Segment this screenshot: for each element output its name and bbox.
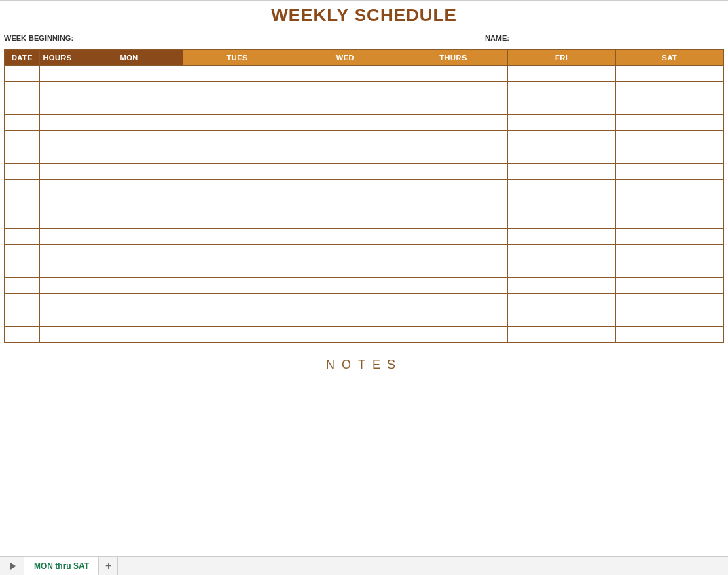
- cell[interactable]: [291, 98, 399, 115]
- cell[interactable]: [507, 164, 615, 180]
- cell[interactable]: [183, 98, 291, 115]
- cell[interactable]: [291, 180, 399, 196]
- cell[interactable]: [399, 212, 507, 229]
- cell[interactable]: [399, 66, 507, 82]
- cell[interactable]: [75, 310, 183, 327]
- cell[interactable]: [40, 245, 75, 261]
- cell[interactable]: [615, 147, 723, 164]
- cell[interactable]: [291, 115, 399, 131]
- cell[interactable]: [5, 212, 40, 229]
- cell[interactable]: [615, 164, 723, 180]
- cell[interactable]: [5, 82, 40, 98]
- cell[interactable]: [5, 131, 40, 147]
- cell[interactable]: [5, 66, 40, 82]
- cell[interactable]: [615, 294, 723, 310]
- cell[interactable]: [291, 131, 399, 147]
- cell[interactable]: [75, 278, 183, 294]
- cell[interactable]: [183, 310, 291, 327]
- cell[interactable]: [75, 115, 183, 131]
- cell[interactable]: [399, 82, 507, 98]
- cell[interactable]: [507, 98, 615, 115]
- cell[interactable]: [75, 164, 183, 180]
- cell[interactable]: [75, 294, 183, 310]
- sheet-tab-active[interactable]: MON thru SAT: [24, 557, 99, 575]
- cell[interactable]: [399, 196, 507, 212]
- cell[interactable]: [40, 327, 75, 343]
- cell[interactable]: [5, 180, 40, 196]
- cell[interactable]: [40, 98, 75, 115]
- cell[interactable]: [40, 212, 75, 229]
- cell[interactable]: [291, 196, 399, 212]
- cell[interactable]: [291, 245, 399, 261]
- cell[interactable]: [399, 261, 507, 278]
- cell[interactable]: [399, 147, 507, 164]
- cell[interactable]: [615, 261, 723, 278]
- cell[interactable]: [399, 310, 507, 327]
- cell[interactable]: [183, 229, 291, 245]
- cell[interactable]: [75, 245, 183, 261]
- add-sheet-button[interactable]: +: [99, 557, 118, 575]
- cell[interactable]: [5, 278, 40, 294]
- cell[interactable]: [75, 180, 183, 196]
- cell[interactable]: [75, 212, 183, 229]
- week-beginning-input[interactable]: [77, 31, 288, 43]
- cell[interactable]: [507, 82, 615, 98]
- cell[interactable]: [40, 294, 75, 310]
- cell[interactable]: [183, 294, 291, 310]
- cell[interactable]: [75, 98, 183, 115]
- cell[interactable]: [75, 229, 183, 245]
- cell[interactable]: [40, 147, 75, 164]
- cell[interactable]: [75, 147, 183, 164]
- cell[interactable]: [615, 278, 723, 294]
- cell[interactable]: [615, 115, 723, 131]
- cell[interactable]: [615, 66, 723, 82]
- cell[interactable]: [507, 147, 615, 164]
- cell[interactable]: [507, 196, 615, 212]
- cell[interactable]: [507, 327, 615, 343]
- tab-nav-button[interactable]: [0, 557, 24, 575]
- cell[interactable]: [75, 131, 183, 147]
- cell[interactable]: [615, 98, 723, 115]
- cell[interactable]: [183, 327, 291, 343]
- cell[interactable]: [5, 310, 40, 327]
- cell[interactable]: [40, 164, 75, 180]
- cell[interactable]: [399, 245, 507, 261]
- cell[interactable]: [183, 131, 291, 147]
- cell[interactable]: [40, 66, 75, 82]
- cell[interactable]: [5, 294, 40, 310]
- cell[interactable]: [5, 115, 40, 131]
- cell[interactable]: [507, 66, 615, 82]
- cell[interactable]: [615, 196, 723, 212]
- cell[interactable]: [399, 294, 507, 310]
- cell[interactable]: [399, 327, 507, 343]
- cell[interactable]: [615, 245, 723, 261]
- cell[interactable]: [399, 131, 507, 147]
- cell[interactable]: [615, 131, 723, 147]
- cell[interactable]: [507, 278, 615, 294]
- cell[interactable]: [615, 310, 723, 327]
- cell[interactable]: [507, 212, 615, 229]
- cell[interactable]: [615, 229, 723, 245]
- cell[interactable]: [399, 229, 507, 245]
- cell[interactable]: [507, 229, 615, 245]
- cell[interactable]: [183, 147, 291, 164]
- name-input[interactable]: [513, 31, 724, 43]
- cell[interactable]: [291, 66, 399, 82]
- cell[interactable]: [40, 196, 75, 212]
- cell[interactable]: [5, 245, 40, 261]
- cell[interactable]: [40, 115, 75, 131]
- cell[interactable]: [40, 310, 75, 327]
- cell[interactable]: [40, 82, 75, 98]
- cell[interactable]: [5, 261, 40, 278]
- cell[interactable]: [291, 278, 399, 294]
- cell[interactable]: [75, 196, 183, 212]
- cell[interactable]: [75, 327, 183, 343]
- cell[interactable]: [40, 229, 75, 245]
- cell[interactable]: [615, 212, 723, 229]
- cell[interactable]: [507, 261, 615, 278]
- cell[interactable]: [507, 294, 615, 310]
- cell[interactable]: [399, 180, 507, 196]
- cell[interactable]: [291, 310, 399, 327]
- cell[interactable]: [615, 82, 723, 98]
- cell[interactable]: [399, 98, 507, 115]
